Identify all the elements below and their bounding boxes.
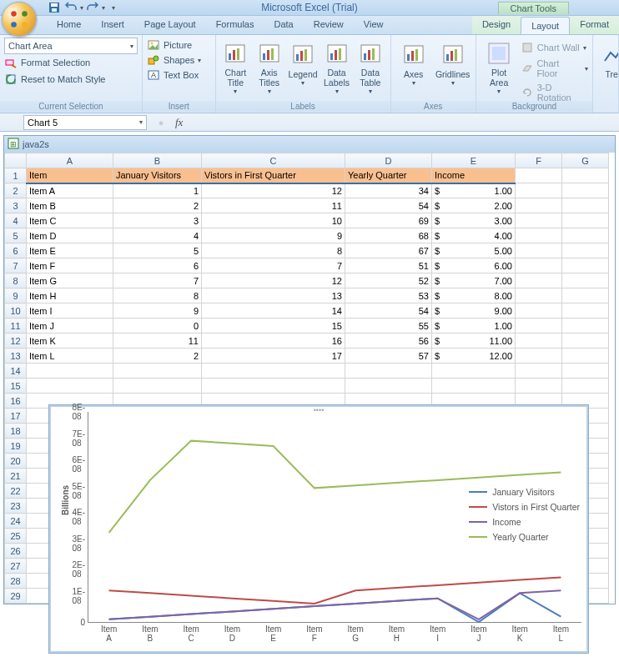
legend-item[interactable]: Yearly Quarter (469, 532, 580, 542)
row-header-22[interactable]: 22 (5, 484, 27, 499)
cell[interactable]: 14 (202, 303, 345, 318)
row-header-27[interactable]: 27 (5, 559, 27, 574)
cell[interactable]: Item H (27, 288, 113, 303)
cell[interactable]: $2.00 (432, 198, 516, 213)
cell[interactable]: Item B (27, 198, 113, 213)
col-header-D[interactable]: D (345, 153, 432, 168)
row-header-12[interactable]: 12 (5, 333, 27, 349)
row-header-1[interactable]: 1 (5, 168, 27, 183)
cell[interactable]: 8 (202, 243, 345, 258)
cell[interactable]: Item I (27, 303, 113, 318)
picture-button[interactable]: Picture (147, 38, 211, 53)
cell[interactable]: 54 (345, 303, 432, 318)
tab-review[interactable]: Review (304, 16, 354, 34)
cell[interactable]: Item (27, 168, 113, 183)
fx-icon[interactable]: fx (175, 116, 183, 129)
cell[interactable]: $4.00 (432, 228, 516, 243)
col-header-C[interactable]: C (202, 153, 345, 168)
cell[interactable]: Yearly Quarter (345, 168, 432, 183)
cell[interactable]: $12.00 (432, 349, 516, 364)
cell[interactable]: 67 (345, 243, 432, 258)
tab-page-layout[interactable]: Page Layout (134, 16, 206, 34)
format-selection-button[interactable]: Format Selection (4, 54, 138, 71)
cell[interactable]: 4 (113, 228, 202, 243)
tab-layout[interactable]: Layout (521, 17, 570, 34)
tab-data[interactable]: Data (264, 16, 303, 34)
cell[interactable]: 9 (113, 303, 202, 318)
cell[interactable]: Item A (27, 183, 113, 198)
cell[interactable]: 9 (202, 228, 345, 243)
cell[interactable]: 53 (345, 288, 432, 303)
tab-format[interactable]: Format (570, 16, 619, 34)
undo-dropdown-icon[interactable]: ▾ (80, 4, 83, 12)
formula-input[interactable] (183, 115, 619, 130)
row-header-7[interactable]: 7 (5, 258, 27, 273)
cell[interactable]: 54 (345, 198, 432, 213)
cell[interactable]: Item G (27, 273, 113, 288)
cell[interactable]: 2 (113, 349, 202, 364)
col-header-E[interactable]: E (432, 153, 516, 168)
chart-object[interactable]: •••• Billions 01E-082E-083E-084E-085E-08… (49, 405, 588, 653)
cell[interactable]: 0 (113, 318, 202, 333)
plot-area-button[interactable]: Plot Area▾ (481, 38, 518, 96)
cell[interactable]: 11 (202, 198, 345, 213)
row-header-24[interactable]: 24 (5, 514, 27, 529)
row-header-28[interactable]: 28 (5, 574, 27, 589)
name-box[interactable]: Chart 5 ▾ (23, 115, 147, 130)
tab-view[interactable]: View (354, 16, 394, 34)
cell[interactable]: $5.00 (432, 243, 516, 258)
cell[interactable]: $7.00 (432, 273, 516, 288)
col-header-G[interactable]: G (562, 153, 609, 168)
row-header-23[interactable]: 23 (5, 499, 27, 514)
cell[interactable]: $3.00 (432, 213, 516, 228)
cell[interactable]: 17 (202, 349, 345, 364)
cell[interactable]: January Visitors (113, 168, 202, 183)
row-header-17[interactable]: 17 (5, 409, 27, 424)
cell[interactable]: Item D (27, 228, 113, 243)
tab-design[interactable]: Design (472, 16, 521, 34)
save-icon[interactable] (47, 1, 62, 14)
cell[interactable]: 7 (113, 273, 202, 288)
cell[interactable]: $6.00 (432, 258, 516, 273)
row-header-6[interactable]: 6 (5, 243, 27, 258)
trendline-button[interactable]: Tren (597, 38, 619, 96)
cell[interactable]: 8 (113, 288, 202, 303)
legend-item[interactable]: Vistors in First Quarter (469, 502, 580, 512)
undo-icon[interactable] (63, 1, 78, 14)
cell[interactable]: 57 (345, 349, 432, 364)
legend-button[interactable]: Legend▾ (287, 38, 318, 96)
textbox-button[interactable]: AText Box (147, 68, 211, 83)
row-header-15[interactable]: 15 (5, 379, 27, 394)
row-header-16[interactable]: 16 (5, 394, 27, 409)
row-header-3[interactable]: 3 (5, 198, 27, 213)
cell[interactable]: Item K (27, 333, 113, 349)
data-labels-button[interactable]: Data Labels▾ (321, 38, 352, 96)
qat-customize-icon[interactable]: ▾ (112, 4, 115, 12)
redo-dropdown-icon[interactable]: ▾ (102, 4, 105, 12)
cell[interactable]: $1.00 (432, 318, 516, 333)
row-header-4[interactable]: 4 (5, 213, 27, 228)
row-header-11[interactable]: 11 (5, 318, 27, 333)
row-header-25[interactable]: 25 (5, 529, 27, 544)
cell[interactable]: 1 (113, 183, 202, 198)
axis-titles-button[interactable]: Axis Titles▾ (254, 38, 284, 96)
axes-button[interactable]: Axes▾ (395, 38, 432, 96)
tab-insert[interactable]: Insert (91, 16, 134, 34)
cell[interactable]: 16 (202, 333, 345, 349)
gridlines-button[interactable]: Gridlines▾ (435, 38, 471, 96)
cell[interactable]: Item C (27, 213, 113, 228)
row-header-21[interactable]: 21 (5, 469, 27, 484)
cell[interactable]: 68 (345, 228, 432, 243)
cell[interactable]: 12 (202, 273, 345, 288)
cell[interactable]: Vistors in First Quarter (202, 168, 345, 183)
legend-item[interactable]: Income (469, 517, 580, 527)
row-header-13[interactable]: 13 (5, 349, 27, 364)
cell[interactable]: 6 (113, 258, 202, 273)
row-header-29[interactable]: 29 (5, 589, 27, 604)
cell[interactable]: Item E (27, 243, 113, 258)
row-header-5[interactable]: 5 (5, 228, 27, 243)
reset-style-button[interactable]: Reset to Match Style (4, 71, 138, 88)
data-table-button[interactable]: Data Table▾ (355, 38, 385, 96)
cell[interactable]: 56 (345, 333, 432, 349)
chart-legend[interactable]: January VisitorsVistors in First Quarter… (469, 482, 580, 547)
